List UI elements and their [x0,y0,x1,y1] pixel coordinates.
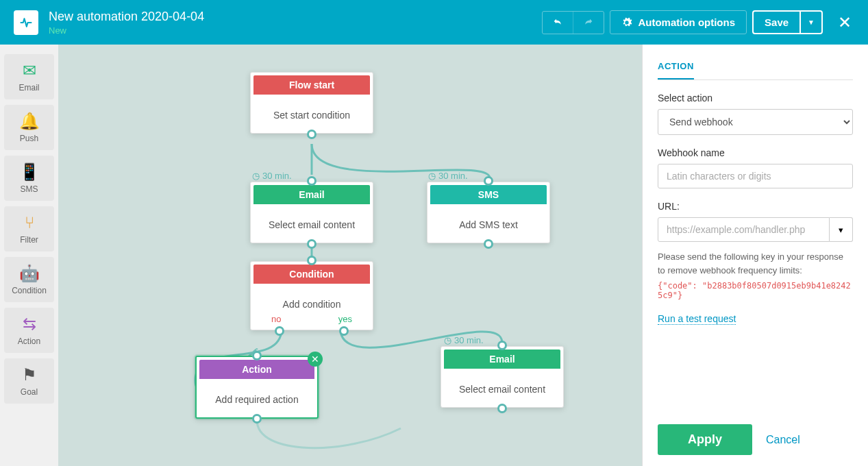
save-dropdown-button[interactable]: ▼ [799,12,821,33]
node-body: Select email content [251,207,373,243]
save-button[interactable]: Save [754,12,799,33]
clock-icon [252,171,260,181]
automation-options-button[interactable]: Automation options [610,10,747,34]
palette-goal[interactable]: ⚑Goal [4,358,54,404]
node-flow-start[interactable]: Flow start Set start condition [250,72,373,134]
goal-icon: ⚑ [22,365,37,384]
select-action-label: Select action [658,93,853,103]
condition-branches: no yes [251,314,373,330]
test-request-link[interactable]: Run a test request [658,313,736,325]
node-body: Select email content [441,371,563,407]
app-logo [14,10,38,35]
save-button-group: Save ▼ [752,10,823,34]
redo-icon [583,17,594,28]
input-port[interactable] [252,351,262,360]
output-port[interactable] [307,130,317,139]
url-dropdown-button[interactable]: ▾ [830,217,853,242]
url-input[interactable] [658,217,830,242]
node-sms[interactable]: SMS Add SMS text [427,182,550,243]
node-header: SMS [430,185,547,204]
node-header: Condition [253,265,370,284]
automation-status: New [49,25,542,36]
condition-icon: 🤖 [19,264,40,283]
palette-sms[interactable]: 📱SMS [4,156,54,201]
webhook-code: {"code": "b2883b0f80507d0915eb9b41e82425… [658,281,853,300]
undo-icon [552,17,563,28]
pulse-icon [19,16,33,29]
output-port[interactable] [307,239,317,249]
panel-footer: Apply Cancel [643,413,868,466]
delay-label: 30 min. [444,335,484,345]
url-input-group: ▾ [658,217,853,242]
output-port-no[interactable] [275,326,284,336]
delay-label: 30 min. [428,171,468,181]
redo-button[interactable] [573,12,604,34]
node-email[interactable]: Email Select email content [250,182,373,243]
node-delete-button[interactable]: ✕ [308,352,323,367]
input-port[interactable] [497,341,507,350]
select-action-dropdown[interactable]: Send webhook [658,109,853,135]
webhook-name-label: Webhook name [658,147,853,158]
palette-email[interactable]: ✉Email [4,54,54,99]
node-body: Add SMS text [427,207,549,243]
input-port[interactable] [484,176,493,186]
node-header: Email [253,185,370,204]
header-actions: Automation options Save ▼ ✕ [542,10,854,35]
node-header: Email [444,350,560,369]
undo-redo-group [542,11,604,34]
filter-icon: ⑂ [25,213,34,232]
app-header: New automation 2020-04-04 New Automation… [0,0,868,45]
input-port[interactable] [307,256,317,265]
sms-icon: 📱 [19,162,40,182]
cancel-button[interactable]: Cancel [766,434,800,446]
apply-button[interactable]: Apply [658,424,752,455]
title-block: New automation 2020-04-04 New [49,10,542,36]
undo-button[interactable] [543,12,573,34]
node-header: Action [199,360,314,379]
email-icon: ✉ [23,61,36,80]
branch-no: no [271,314,281,324]
input-port[interactable] [307,176,317,186]
node-condition[interactable]: Condition Add condition no yes [250,261,373,330]
output-port-yes[interactable] [339,326,349,336]
palette-filter[interactable]: ⑂Filter [4,206,54,252]
palette-push[interactable]: 🔔Push [4,105,54,150]
push-icon: 🔔 [19,112,40,131]
delay-label: 30 min. [252,171,292,181]
chevron-down-icon: ▾ [839,225,843,235]
panel-tab-action[interactable]: ACTION [658,61,694,79]
properties-panel: ACTION Select action Send webhook Webhoo… [642,45,868,466]
output-port[interactable] [484,239,493,249]
clock-icon [428,171,436,181]
close-button[interactable]: ✕ [835,10,854,35]
gear-icon [621,17,632,28]
palette-condition[interactable]: 🤖Condition [4,257,54,302]
webhook-hint: Please send the following key in your re… [658,250,853,277]
branch-yes: yes [338,314,352,324]
node-action[interactable]: ✕ Action Add required action [195,356,319,419]
node-palette: ✉Email 🔔Push 📱SMS ⑂Filter 🤖Condition ⇆Ac… [0,45,58,466]
palette-action[interactable]: ⇆Action [4,308,54,353]
node-email[interactable]: Email Select email content [441,346,564,408]
clock-icon [444,335,451,345]
tab-separator [658,79,853,80]
output-port[interactable] [497,404,507,413]
main-area: ✉Email 🔔Push 📱SMS ⑂Filter 🤖Condition ⇆Ac… [0,45,868,466]
node-header: Flow start [253,75,370,95]
node-body: Add condition [251,286,373,314]
url-label: URL: [658,201,853,212]
page-title[interactable]: New automation 2020-04-04 [49,10,542,24]
node-body: Set start condition [251,97,373,133]
output-port[interactable] [252,414,262,424]
action-icon: ⇆ [23,315,36,334]
flow-canvas[interactable]: 30 min. 30 min. 30 min. Flow start Set s… [58,45,642,466]
panel-body: ACTION Select action Send webhook Webhoo… [643,45,868,413]
node-body: Add required action [197,382,317,417]
webhook-name-input[interactable] [658,164,853,188]
